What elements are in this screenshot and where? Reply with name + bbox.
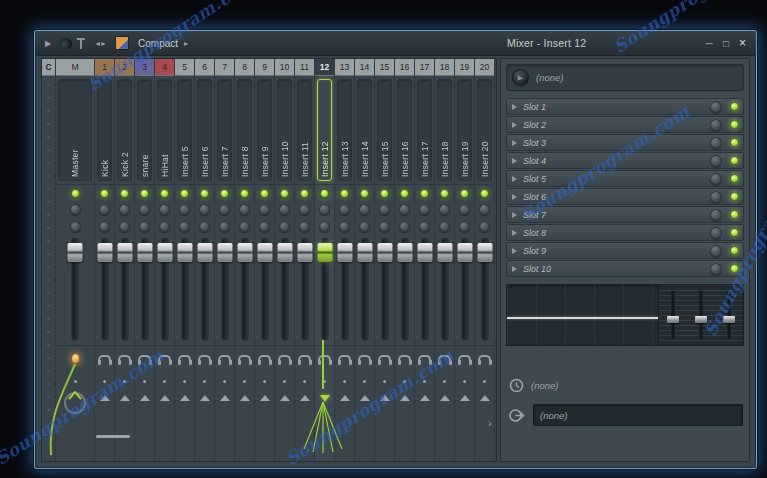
mixer-scroll-right-arrow[interactable]: › xyxy=(488,417,492,429)
solo-phones-button[interactable] xyxy=(215,345,234,370)
channel-number[interactable]: 5 xyxy=(175,59,194,76)
stereo-sep-knob[interactable] xyxy=(275,218,294,235)
channel-name-box[interactable]: Insert 11 xyxy=(297,79,312,181)
eq-graph[interactable] xyxy=(507,285,658,345)
fader-handle[interactable] xyxy=(457,243,472,262)
route-arrow[interactable] xyxy=(295,392,314,408)
volume-fader[interactable] xyxy=(435,235,454,343)
volume-fader[interactable] xyxy=(475,235,494,343)
slot-mix-knob[interactable] xyxy=(710,209,722,221)
solo-phones-button[interactable] xyxy=(475,345,494,370)
stereo-sep-knob[interactable] xyxy=(335,218,354,235)
mute-led[interactable] xyxy=(255,184,274,201)
route-arrow[interactable] xyxy=(355,392,374,408)
mute-led[interactable] xyxy=(195,184,214,201)
solo-phones-button[interactable] xyxy=(115,345,134,370)
minimize-button[interactable]: ─ xyxy=(706,38,713,49)
stereo-sep-knob[interactable] xyxy=(415,218,434,235)
channel-strip[interactable]: 2 Kick 2 xyxy=(115,59,135,461)
track-source-selector[interactable]: ▶ (none) xyxy=(506,64,744,91)
channel-number[interactable]: 20 xyxy=(475,59,494,76)
solo-phones-button[interactable] xyxy=(235,345,254,370)
channel-name-box[interactable]: Insert 8 xyxy=(237,79,252,181)
master-header[interactable]: M xyxy=(56,59,94,76)
fader-handle[interactable] xyxy=(277,243,292,262)
channel-strip[interactable]: 3 snare xyxy=(135,59,155,461)
route-arrow[interactable] xyxy=(335,392,354,408)
master-pan-knob[interactable] xyxy=(56,201,94,218)
route-arrow[interactable] xyxy=(255,392,274,408)
volume-fader[interactable] xyxy=(395,235,414,343)
slot-mix-knob[interactable] xyxy=(710,119,722,131)
volume-fader[interactable] xyxy=(455,235,474,343)
effect-slot[interactable]: Slot 5 xyxy=(506,170,744,187)
mixer-options-icon[interactable] xyxy=(59,38,72,49)
channel-name-box[interactable]: snare xyxy=(137,79,152,181)
stereo-sep-knob[interactable] xyxy=(395,218,414,235)
dock-icon[interactable]: ◄► xyxy=(94,40,106,47)
mixer-menu-arrow-icon[interactable]: ▶ xyxy=(45,39,51,48)
pan-knob[interactable] xyxy=(155,201,174,218)
channel-strip[interactable]: 12 Insert 12 xyxy=(315,59,335,461)
channel-name-box[interactable]: Insert 12 xyxy=(317,79,332,181)
slot-mix-knob[interactable] xyxy=(710,101,722,113)
effect-slot[interactable]: Slot 4 xyxy=(506,152,744,169)
channel-number[interactable]: 15 xyxy=(375,59,394,76)
mute-led[interactable] xyxy=(415,184,434,201)
master-lamp[interactable] xyxy=(56,345,94,370)
mute-led[interactable] xyxy=(395,184,414,201)
close-button[interactable]: × xyxy=(739,36,746,50)
pan-knob[interactable] xyxy=(115,201,134,218)
channel-number[interactable]: 6 xyxy=(195,59,214,76)
route-arrow[interactable] xyxy=(195,392,214,408)
stereo-sep-knob[interactable] xyxy=(375,218,394,235)
fader-handle[interactable] xyxy=(97,243,112,262)
master-mute-led[interactable] xyxy=(56,184,94,201)
fader-handle[interactable] xyxy=(317,243,332,262)
pan-knob[interactable] xyxy=(315,201,334,218)
mute-led[interactable] xyxy=(315,184,334,201)
slot-mix-knob[interactable] xyxy=(710,155,722,167)
pan-knob[interactable] xyxy=(375,201,394,218)
stereo-sep-knob[interactable] xyxy=(355,218,374,235)
channel-number[interactable]: 18 xyxy=(435,59,454,76)
route-arrow[interactable] xyxy=(415,392,434,408)
volume-fader[interactable] xyxy=(335,235,354,343)
channel-name-box[interactable]: Insert 16 xyxy=(397,79,412,181)
channel-strip[interactable]: 10 Insert 10 xyxy=(275,59,295,461)
fader-handle[interactable] xyxy=(237,243,252,262)
channel-name-box[interactable]: Insert 7 xyxy=(217,79,232,181)
stereo-sep-knob[interactable] xyxy=(455,218,474,235)
channel-name-box[interactable]: Insert 5 xyxy=(177,79,192,181)
route-arrow[interactable] xyxy=(135,392,154,408)
volume-fader[interactable] xyxy=(295,235,314,343)
volume-fader[interactable] xyxy=(235,235,254,343)
slot-mix-knob[interactable] xyxy=(710,137,722,149)
solo-phones-button[interactable] xyxy=(415,345,434,370)
route-arrow[interactable] xyxy=(435,392,454,408)
slot-mix-knob[interactable] xyxy=(710,227,722,239)
fader-handle[interactable] xyxy=(477,243,492,262)
volume-fader[interactable] xyxy=(355,235,374,343)
channel-strip[interactable]: 16 Insert 16 xyxy=(395,59,415,461)
channel-number[interactable]: 7 xyxy=(215,59,234,76)
solo-phones-button[interactable] xyxy=(175,345,194,370)
channel-name-box[interactable]: Insert 6 xyxy=(197,79,212,181)
master-volume-fader[interactable] xyxy=(56,235,94,343)
channel-number[interactable]: 3 xyxy=(135,59,154,76)
fader-handle[interactable] xyxy=(297,243,312,262)
channel-number[interactable]: 13 xyxy=(335,59,354,76)
route-arrow[interactable] xyxy=(175,392,194,408)
eq-panel[interactable] xyxy=(506,284,744,346)
channel-strip[interactable]: 6 Insert 6 xyxy=(195,59,215,461)
mute-led[interactable] xyxy=(455,184,474,201)
channel-name-box[interactable]: Insert 9 xyxy=(257,79,272,181)
channel-number[interactable]: 2 xyxy=(115,59,134,76)
stereo-sep-knob[interactable] xyxy=(195,218,214,235)
channel-number[interactable]: 8 xyxy=(235,59,254,76)
fader-handle[interactable] xyxy=(117,243,132,262)
channel-strip[interactable]: 15 Insert 15 xyxy=(375,59,395,461)
channel-number[interactable]: 4 xyxy=(155,59,174,76)
solo-phones-button[interactable] xyxy=(335,345,354,370)
fader-handle[interactable] xyxy=(257,243,272,262)
